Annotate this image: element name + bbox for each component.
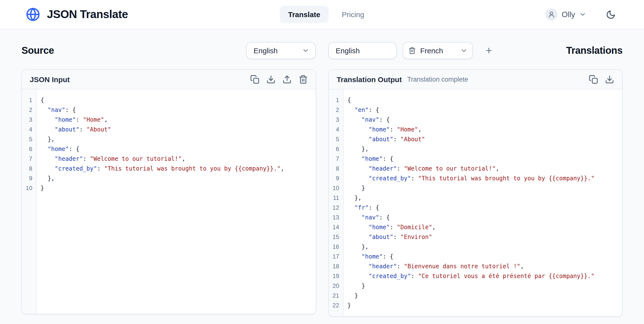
clear-button[interactable] [298, 75, 308, 84]
dark-mode-toggle[interactable] [606, 10, 616, 19]
copy-button[interactable] [589, 75, 598, 84]
code-line: "home": "Domicile", [348, 222, 622, 232]
json-input-actions [250, 75, 308, 84]
translation-output-viewer: 12345678910111213141516171819202122 { "e… [329, 90, 622, 316]
add-language-button[interactable] [482, 44, 496, 58]
translation-output-header: Translation Output Translation complete [329, 70, 622, 90]
user-menu-button[interactable]: Olly [546, 8, 586, 20]
line-number: 13 [329, 212, 339, 222]
source-language-select[interactable]: English [246, 42, 316, 59]
line-number: 4 [22, 124, 32, 134]
line-number: 16 [329, 242, 339, 252]
line-number: 10 [22, 183, 32, 193]
line-number: 1 [329, 95, 339, 105]
code-line: }, [348, 242, 622, 252]
line-number: 18 [329, 262, 339, 271]
tab-translate[interactable]: Translate [280, 6, 328, 23]
user-icon [548, 11, 555, 18]
moon-icon [606, 10, 616, 19]
main-content: Source English English French [0, 29, 644, 317]
line-number: 6 [329, 144, 339, 154]
line-number: 5 [22, 134, 32, 144]
tab-pricing[interactable]: Pricing [342, 10, 364, 18]
code-line: } [348, 300, 622, 310]
line-number: 3 [329, 115, 339, 124]
chevron-down-icon [579, 11, 586, 18]
line-number: 2 [22, 105, 32, 115]
line-number: 8 [22, 164, 32, 174]
line-number: 6 [22, 144, 32, 154]
line-number: 9 [22, 174, 32, 183]
line-number: 7 [22, 154, 32, 164]
line-number: 1 [22, 95, 32, 105]
chevron-down-icon [302, 47, 309, 54]
line-number-gutter: 12345678910111213141516171819202122 [329, 90, 344, 316]
code-line: "nav": { [348, 115, 622, 124]
code-line: { [348, 95, 622, 105]
code-line: "en": { [348, 105, 622, 115]
chevron-down-icon [460, 47, 468, 54]
code-line: { [40, 95, 316, 105]
code-line: } [348, 291, 622, 300]
download-button[interactable] [605, 75, 614, 84]
code-line: }, [40, 134, 316, 144]
code-line: "header": "Bienvenue dans notre tutoriel… [348, 262, 622, 271]
source-language-value: English [254, 46, 302, 55]
line-number: 3 [22, 115, 32, 124]
code-line: "created_by": "This tutorial was brought… [40, 164, 316, 174]
json-input-editor[interactable]: 12345678910 { "nav": { "home": "Home", "… [22, 90, 316, 314]
translation-status: Translation complete [407, 76, 468, 83]
code-line: "home": "Home", [40, 115, 316, 124]
plus-icon [484, 46, 493, 55]
top-nav: Translate Pricing [280, 0, 364, 29]
line-number-gutter: 12345678910 [22, 90, 37, 314]
json-input-panel: JSON Input [22, 70, 316, 314]
target-language-chip-french[interactable]: French [402, 42, 473, 59]
brand[interactable]: JSON Translate [26, 7, 128, 22]
code-line: "home": { [348, 252, 622, 262]
upload-button[interactable] [282, 75, 292, 84]
json-input-title: JSON Input [30, 75, 70, 84]
code-line: } [348, 183, 622, 193]
target-language-label: English [336, 46, 360, 55]
line-number: 22 [329, 300, 339, 310]
line-number: 19 [329, 271, 339, 281]
trash-icon [298, 75, 308, 84]
controls-row: Source English English French [22, 42, 622, 59]
code-line: } [348, 281, 622, 291]
line-number: 20 [329, 281, 339, 291]
code-line: "about": "About" [40, 124, 316, 134]
top-bar: JSON Translate Translate Pricing Olly [0, 0, 644, 29]
line-number: 8 [329, 164, 339, 174]
trash-icon[interactable] [408, 47, 416, 54]
translation-output-title: Translation Output [337, 75, 402, 84]
translations-heading: Translations [566, 45, 622, 56]
target-language-chip-english[interactable]: English [328, 42, 397, 59]
code-line: "about": "About" [348, 134, 622, 144]
source-heading: Source [22, 45, 246, 56]
brand-title: JSON Translate [47, 8, 128, 21]
download-icon [266, 75, 276, 84]
copy-icon [589, 75, 598, 84]
translation-output-panel: Translation Output Translation complete … [328, 70, 622, 317]
top-right: Olly [546, 8, 616, 20]
line-number: 7 [329, 154, 339, 164]
translation-output-actions [589, 75, 614, 84]
line-number: 5 [329, 134, 339, 144]
code-line: "header": "Welcome to our tutorial!", [348, 164, 622, 174]
code-area[interactable]: { "nav": { "home": "Home", "about": "Abo… [37, 90, 316, 314]
user-name: Olly [562, 10, 575, 19]
code-line: "created_by": "This tutorial was brought… [348, 174, 622, 183]
line-number: 10 [329, 183, 339, 193]
line-number: 17 [329, 252, 339, 262]
code-line: }, [348, 193, 622, 203]
code-line: "home": { [40, 144, 316, 154]
app: JSON Translate Translate Pricing Olly [0, 0, 644, 324]
download-button[interactable] [266, 75, 276, 84]
line-number: 11 [329, 193, 339, 203]
line-number: 4 [329, 124, 339, 134]
line-number: 12 [329, 203, 339, 212]
line-number: 15 [329, 232, 339, 242]
copy-icon [250, 75, 260, 84]
copy-button[interactable] [250, 75, 260, 84]
